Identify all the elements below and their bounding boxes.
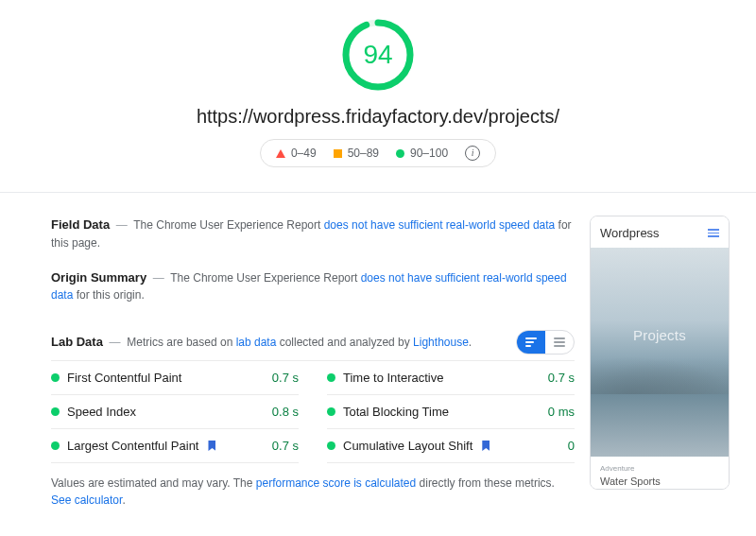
lab-data-link2[interactable]: Lighthouse — [413, 336, 469, 349]
preview-header: Wordpress — [591, 216, 729, 248]
origin-summary-prefix: The Chrome User Experience Report — [170, 271, 360, 285]
field-data-prefix: The Chrome User Experience Report — [133, 218, 323, 232]
score-gauge: 94 — [340, 17, 416, 93]
bookmark-icon — [482, 441, 490, 451]
circle-icon — [396, 149, 404, 158]
status-dot-icon — [51, 441, 60, 450]
preview-tag: Adventure — [600, 464, 719, 473]
page-preview: Wordpress Projects Adventure Water Sport… — [590, 216, 730, 490]
metric-row[interactable]: Largest Contentful Paint0.7 s — [51, 429, 299, 463]
legend-mid: 50–89 — [334, 147, 379, 160]
metrics-grid: First Contentful Paint0.7 sTime to Inter… — [51, 360, 575, 463]
lab-data-suffix: . — [469, 336, 472, 349]
lab-data-mid: collected and analyzed by — [276, 336, 413, 349]
lab-data-header: Lab Data — Metrics are based on lab data… — [51, 330, 575, 354]
view-toggle-expanded[interactable] — [545, 331, 574, 354]
metric-label: First Contentful Paint — [51, 371, 181, 385]
origin-summary-title: Origin Summary — [51, 270, 146, 285]
field-data-section: Field Data — The Chrome User Experience … — [51, 216, 575, 251]
metric-label: Cumulative Layout Shift — [327, 439, 490, 453]
metric-label: Total Blocking Time — [327, 405, 449, 419]
score-header: 94 https://wordpress.fridayfactory.dev/p… — [0, 0, 756, 177]
status-dot-icon — [327, 441, 335, 450]
triangle-icon — [276, 149, 285, 158]
metric-value: 0.7 s — [272, 371, 299, 385]
legend-high: 90–100 — [396, 147, 448, 160]
view-toggle-compact[interactable] — [517, 331, 545, 354]
metric-row[interactable]: First Contentful Paint0.7 s — [51, 361, 299, 395]
metric-name: Cumulative Layout Shift — [343, 439, 472, 453]
preview-card-title: Water Sports — [600, 475, 719, 487]
metric-name: Time to Interactive — [343, 371, 443, 385]
bookmark-icon — [208, 441, 215, 451]
metric-name: First Contentful Paint — [67, 371, 181, 385]
score-legend: 0–49 50–89 90–100 i — [260, 139, 496, 167]
field-data-title: Field Data — [51, 217, 110, 232]
score-value: 94 — [340, 17, 416, 93]
legend-low-label: 0–49 — [291, 147, 317, 160]
legend-low: 0–49 — [276, 147, 317, 160]
metric-row[interactable]: Speed Index0.8 s — [51, 395, 299, 429]
preview-card: Adventure Water Sports — [591, 457, 729, 489]
status-dot-icon — [51, 407, 60, 416]
metric-label: Speed Index — [51, 405, 136, 419]
metric-name: Speed Index — [67, 405, 136, 419]
footnote-link2[interactable]: See calculator — [51, 493, 122, 507]
preview-site-name: Wordpress — [600, 226, 660, 240]
metric-value: 0.8 s — [272, 405, 299, 419]
page-url: https://wordpress.fridayfactory.dev/proj… — [0, 106, 756, 128]
status-dot-icon — [327, 407, 335, 416]
lab-data-prefix: Metrics are based on — [127, 336, 235, 349]
metric-row[interactable]: Cumulative Layout Shift0 — [327, 429, 575, 463]
metric-label: Largest Contentful Paint — [51, 439, 215, 453]
lab-data-title: Lab Data — [51, 335, 103, 349]
metric-row[interactable]: Time to Interactive0.7 s — [327, 361, 575, 395]
metric-name: Largest Contentful Paint — [67, 439, 198, 453]
metric-value: 0.7 s — [548, 371, 575, 385]
status-dot-icon — [327, 373, 335, 382]
origin-summary-section: Origin Summary — The Chrome User Experie… — [51, 268, 575, 304]
field-data-link[interactable]: does not have sufficient real-world spee… — [324, 218, 556, 232]
legend-high-label: 90–100 — [410, 147, 448, 160]
metric-value: 0.7 s — [272, 439, 299, 453]
metric-row[interactable]: Total Blocking Time0 ms — [327, 395, 575, 429]
preview-hero-text: Projects — [633, 327, 686, 343]
menu-icon — [708, 229, 719, 237]
info-icon[interactable]: i — [465, 146, 480, 161]
preview-hero: Projects — [591, 248, 729, 457]
origin-summary-suffix: for this origin. — [73, 288, 144, 302]
square-icon — [334, 149, 342, 158]
metric-value: 0 — [568, 439, 575, 453]
legend-mid-label: 50–89 — [348, 147, 379, 160]
metric-value: 0 ms — [548, 405, 575, 419]
footnote-suffix: . — [122, 493, 125, 507]
footnote-mid: directly from these metrics. — [416, 476, 555, 490]
metrics-footnote: Values are estimated and may vary. The p… — [51, 475, 575, 509]
metric-name: Total Blocking Time — [343, 405, 449, 419]
view-toggle[interactable] — [516, 330, 575, 354]
footnote-link1[interactable]: performance score is calculated — [256, 476, 416, 490]
status-dot-icon — [51, 373, 60, 382]
metric-label: Time to Interactive — [327, 371, 443, 385]
footnote-prefix: Values are estimated and may vary. The — [51, 476, 256, 490]
lab-data-link1[interactable]: lab data — [236, 336, 277, 349]
